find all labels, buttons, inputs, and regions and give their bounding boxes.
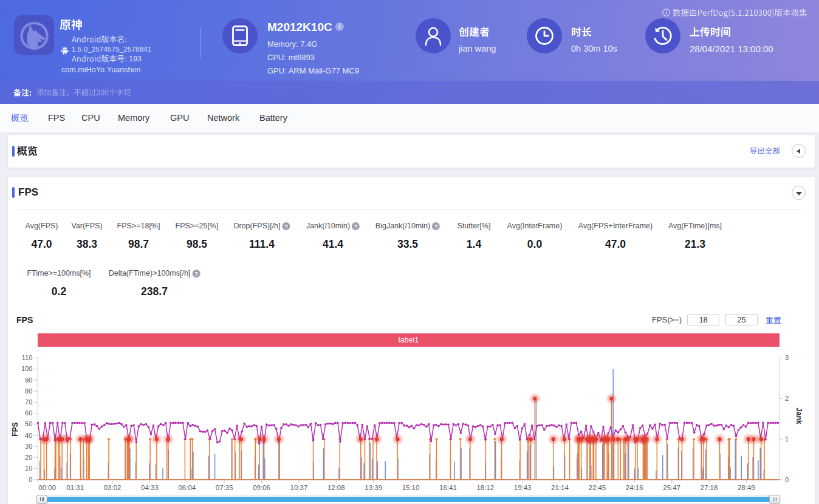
metric-item: FPS>=18[%]98.7 xyxy=(117,222,160,251)
svg-text:13:39: 13:39 xyxy=(365,484,382,491)
chart-label-banner[interactable]: label1 xyxy=(38,333,780,347)
report-header: 1.5.0_2574575_2578841 193 com.miHoYo.Yua… xyxy=(0,0,819,81)
svg-text:10: 10 xyxy=(25,465,32,472)
upload-time-value: 28/04/2021 13:00:00 xyxy=(690,44,773,54)
svg-text:10:37: 10:37 xyxy=(290,484,308,491)
metric-value: 47.0 xyxy=(26,238,58,251)
metric-label: Stutter[%] xyxy=(457,222,491,230)
svg-text:20: 20 xyxy=(25,454,32,461)
svg-text:00:00: 00:00 xyxy=(38,484,56,491)
device-gpu: GPU: ARM Mali-G77 MC9 xyxy=(267,66,359,75)
svg-text:100: 100 xyxy=(21,365,32,372)
info-icon xyxy=(662,9,670,16)
tab-fps[interactable]: FPS xyxy=(48,104,65,132)
tab-memory[interactable]: Memory xyxy=(118,104,149,132)
svg-text:60: 60 xyxy=(25,409,32,417)
overview-collapse-button[interactable] xyxy=(792,144,806,158)
metric-item: Avg(FPS+InterFrame)47.0 xyxy=(578,222,653,251)
metric-item: BigJank(/10min)?33.5 xyxy=(375,222,440,251)
svg-text:18:12: 18:12 xyxy=(476,484,494,491)
app-version-code-value: 193 xyxy=(129,55,142,63)
phone-icon xyxy=(222,18,258,53)
svg-text:110: 110 xyxy=(22,354,33,361)
device-info-icon[interactable]: i xyxy=(335,22,344,31)
fps-section-title: FPS xyxy=(18,186,38,199)
metric-value: 98.5 xyxy=(176,238,219,251)
metric-item: Stutter[%]1.4 xyxy=(457,222,491,251)
svg-text:27:18: 27:18 xyxy=(701,484,718,491)
metric-label: Drop(FPS)[/h] xyxy=(233,222,280,230)
duration-label xyxy=(571,27,592,37)
help-icon[interactable]: ? xyxy=(432,222,440,230)
metric-label: FPS>=18[%] xyxy=(117,222,160,230)
help-icon[interactable]: ? xyxy=(192,270,200,278)
metric-value: 1.4 xyxy=(457,238,491,251)
tab-cpu[interactable]: CPU xyxy=(81,104,100,132)
metric-item: FTime>=100ms[%]0.2 xyxy=(27,269,91,298)
svg-text:15:10: 15:10 xyxy=(402,484,420,491)
metric-value: 33.5 xyxy=(375,238,440,251)
svg-text:25:47: 25:47 xyxy=(663,484,680,491)
metric-item: Delta(FTime)>100ms[/h]?238.7 xyxy=(109,269,200,298)
tab-network[interactable]: Network xyxy=(207,104,239,132)
svg-text:2: 2 xyxy=(785,395,789,402)
svg-text:19:43: 19:43 xyxy=(514,484,532,491)
svg-text:0: 0 xyxy=(785,476,789,483)
fps-header-divider xyxy=(16,209,804,210)
svg-text:12:08: 12:08 xyxy=(327,484,345,491)
tab-overview[interactable] xyxy=(11,104,29,132)
duration-icon-circle xyxy=(527,18,562,53)
history-clock-icon xyxy=(645,18,680,53)
metric-value: 38.3 xyxy=(71,238,102,251)
note-bar[interactable] xyxy=(0,81,819,104)
device-icon-circle xyxy=(222,18,258,53)
perfdog-report-page: { "window":{"collector_note":"数据由PerfDog… xyxy=(0,0,819,504)
help-icon[interactable]: ? xyxy=(283,222,290,230)
tab-gpu[interactable]: GPU xyxy=(170,104,189,132)
help-icon[interactable]: ? xyxy=(352,222,360,230)
reset-link[interactable] xyxy=(766,316,781,324)
user-icon xyxy=(416,18,451,53)
svg-text:04:33: 04:33 xyxy=(141,484,159,491)
perfdog-wolf-logo xyxy=(14,15,54,55)
metric-value: 0.0 xyxy=(507,238,563,251)
tab-battery[interactable]: Battery xyxy=(259,104,287,132)
overview-section-card xyxy=(8,135,815,168)
metric-value: 47.0 xyxy=(578,238,653,251)
export-all-link[interactable] xyxy=(750,147,780,155)
metric-value: 21.3 xyxy=(668,238,722,251)
chart-scrollbar-fill[interactable] xyxy=(39,497,780,502)
y-axis-title-jank: Jank xyxy=(795,407,803,424)
svg-text:22:45: 22:45 xyxy=(588,484,606,491)
android-icon xyxy=(61,46,69,55)
app-version-name-label xyxy=(72,35,127,43)
svg-text:07:35: 07:35 xyxy=(216,484,233,491)
collector-note xyxy=(673,9,807,17)
chart-scrollbar-right-handle[interactable] xyxy=(769,495,780,503)
overview-title xyxy=(17,146,38,156)
svg-text:70: 70 xyxy=(25,398,32,406)
fps-min-input[interactable] xyxy=(687,314,719,325)
metric-label: Avg(InterFrame) xyxy=(507,222,563,230)
wolf-icon xyxy=(14,15,54,55)
metric-item: Jank(/10min)?41.4 xyxy=(306,222,360,251)
svg-text:0: 0 xyxy=(29,476,32,483)
fps-collapse-button[interactable] xyxy=(792,186,806,200)
overview-title-marker xyxy=(12,146,15,157)
svg-text:30: 30 xyxy=(25,443,32,450)
header-divider xyxy=(200,27,201,58)
svg-text:90: 90 xyxy=(25,376,32,384)
fps-max-input[interactable] xyxy=(725,314,758,325)
svg-text:09:06: 09:06 xyxy=(253,484,270,491)
upload-time-icon-circle xyxy=(645,18,680,53)
chart-label-banner-text: label1 xyxy=(399,336,419,344)
fps-jank-chart[interactable]: 0102030405060708090100110012300:0001:310… xyxy=(0,349,819,495)
svg-text:01:31: 01:31 xyxy=(66,484,84,491)
metric-value: 41.4 xyxy=(306,238,360,251)
metric-value: 98.7 xyxy=(117,238,160,251)
chart-scrollbar-track[interactable] xyxy=(38,495,780,503)
svg-text:24:16: 24:16 xyxy=(626,484,643,491)
svg-text:03:02: 03:02 xyxy=(104,484,122,491)
chart-scrollbar-left-handle[interactable] xyxy=(36,495,47,503)
fps-threshold-label: FPS(>=) xyxy=(652,315,682,324)
